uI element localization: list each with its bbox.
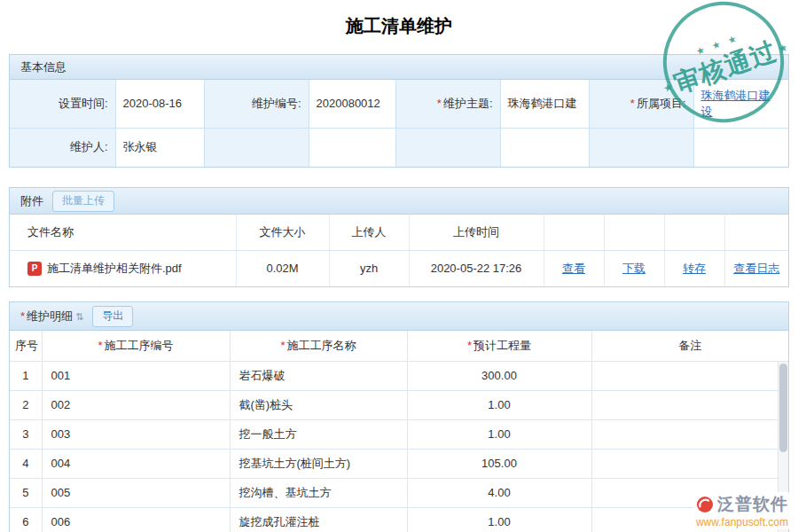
subject-label: *维护主题:: [395, 80, 500, 128]
subject-value-text: 珠海鹤港口建: [508, 97, 577, 110]
col-upload-time: 上传时间: [409, 215, 544, 250]
page: { "ui": { "asterisk": "*", "sort_icon": …: [0, 0, 798, 532]
vendor-watermark: 泛普软件 www.fanpusoft.com: [693, 492, 791, 529]
row-process-code: 004: [42, 449, 230, 478]
project-label: *所属项目:: [589, 80, 693, 128]
col-process-name: *施工工序名称: [230, 331, 407, 361]
empty-label-cell: [589, 128, 693, 167]
row-estimated-qty: 1.00: [407, 419, 591, 449]
basic-info-table: 设置时间: 2020-08-16 维护编号: 2020080012 *维护主题:…: [10, 80, 788, 167]
row-seq: 4: [10, 449, 42, 478]
col-process-code: *施工工序编号: [42, 331, 230, 361]
maint-no-label-text: 维护编号:: [252, 97, 301, 110]
row-process-code: 005: [42, 478, 230, 507]
required-asterisk: *: [20, 309, 25, 323]
row-note: [591, 361, 788, 390]
row-process-name: 旋挖成孔灌注桩: [230, 507, 407, 532]
file-size: 0.02M: [236, 250, 329, 286]
col-uploader: 上传人: [329, 215, 409, 250]
empty-value-cell: [693, 128, 788, 167]
row-process-code: 003: [42, 419, 230, 449]
detail-section: *维护明细⇅ 导出 序号 *施工工序编号 *施工工序名称 *预计工程量 备注 1…: [9, 301, 789, 532]
required-asterisk: *: [98, 339, 102, 352]
row-process-code: 001: [42, 361, 230, 390]
basic-info-title: 基本信息: [20, 59, 66, 75]
col-action: [664, 215, 724, 250]
file-upload-time: 2020-05-22 17:26: [409, 250, 544, 286]
col-action: [604, 215, 664, 250]
empty-value-cell: [500, 128, 589, 167]
empty-value-cell: [309, 128, 395, 167]
file-name-cell: P 施工清单维护相关附件.pdf: [10, 250, 236, 286]
detail-table: 序号 *施工工序编号 *施工工序名称 *预计工程量 备注 1 001 岩石爆破 …: [10, 331, 788, 532]
col-seq: 序号: [10, 331, 42, 361]
view-link[interactable]: 查看: [562, 262, 585, 275]
detail-row: 2 002 截(凿)桩头 1.00: [10, 390, 788, 419]
action-cell: 转存: [664, 250, 724, 286]
maintainer-label-text: 维护人:: [70, 140, 108, 153]
row-process-name: 挖沟槽、基坑土方: [230, 478, 407, 507]
detail-title: *维护明细⇅: [20, 309, 83, 325]
subject-label-text: 维护主题:: [443, 97, 493, 110]
scrollbar-thumb[interactable]: [779, 364, 787, 452]
view-log-link[interactable]: 查看日志: [733, 262, 779, 275]
set-time-value: 2020-08-16: [115, 80, 204, 128]
row-process-code: 006: [42, 507, 230, 532]
col-process-code-text: 施工工序编号: [105, 339, 174, 352]
detail-header: *维护明细⇅ 导出: [10, 302, 788, 331]
action-cell: 查看: [544, 250, 604, 286]
detail-row: 6 006 旋挖成孔灌注桩 1.00: [10, 507, 788, 532]
col-note: 备注: [591, 331, 788, 361]
row-process-name: 挖基坑土方(桩间土方): [230, 449, 407, 478]
project-label-text: 所属项目:: [637, 97, 686, 110]
col-file-name: 文件名称: [10, 215, 236, 250]
set-time-label-text: 设置时间:: [59, 97, 108, 110]
detail-title-text: 维护明细: [27, 309, 73, 323]
row-note: [591, 449, 788, 478]
attachments-header: 附件 批量上传: [10, 188, 788, 215]
detail-table-wrap: 序号 *施工工序编号 *施工工序名称 *预计工程量 备注 1 001 岩石爆破 …: [10, 331, 788, 532]
transfer-link[interactable]: 转存: [683, 262, 706, 275]
empty-label-cell: [204, 128, 309, 167]
sort-icon[interactable]: ⇅: [75, 311, 83, 322]
detail-row: 1 001 岩石爆破 300.00: [10, 361, 788, 390]
row-seq: 2: [10, 390, 42, 419]
col-file-size: 文件大小: [236, 215, 329, 250]
vendor-name: 泛普软件: [717, 493, 788, 516]
row-process-name: 挖一般土方: [230, 419, 407, 449]
basic-info-section: 基本信息 设置时间: 2020-08-16 维护编号: 2020080012 *…: [9, 54, 789, 168]
row-process-name: 岩石爆破: [230, 361, 407, 390]
attachments-title: 附件: [20, 193, 43, 209]
row-process-code: 002: [42, 390, 230, 419]
file-uploader: yzh: [329, 250, 409, 286]
attachments-section: 附件 批量上传 文件名称 文件大小 上传人 上传时间 P 施工清单维护相关附件.…: [9, 187, 789, 287]
maintainer-value-text: 张永银: [123, 140, 158, 153]
col-estimated-qty-text: 预计工程量: [473, 339, 531, 352]
attachment-row: P 施工清单维护相关附件.pdf 0.02M yzh 2020-05-22 17…: [10, 250, 788, 286]
row-estimated-qty: 1.00: [407, 507, 591, 532]
row-seq: 3: [10, 419, 42, 449]
detail-header-row: 序号 *施工工序编号 *施工工序名称 *预计工程量 备注: [10, 331, 788, 361]
required-asterisk: *: [630, 97, 635, 110]
row-estimated-qty: 300.00: [407, 361, 591, 390]
subject-value: 珠海鹤港口建: [500, 80, 589, 128]
detail-row: 4 004 挖基坑土方(桩间土方) 105.00: [10, 449, 788, 478]
download-link[interactable]: 下载: [622, 262, 645, 275]
batch-upload-button[interactable]: 批量上传: [52, 191, 114, 212]
vendor-url: www.fanpusoft.com: [696, 516, 788, 528]
col-process-name-text: 施工工序名称: [287, 339, 356, 352]
col-action: [544, 215, 604, 250]
row-estimated-qty: 105.00: [407, 449, 591, 478]
required-asterisk: *: [437, 97, 442, 110]
project-link[interactable]: 珠海鹤港口建设: [701, 89, 771, 118]
row-process-name: 截(凿)桩头: [230, 390, 407, 419]
set-time-label: 设置时间:: [10, 80, 115, 128]
col-action: [724, 215, 788, 250]
detail-row: 5 005 挖沟槽、基坑土方 4.00: [10, 478, 788, 507]
export-button[interactable]: 导出: [92, 306, 133, 327]
basic-info-header: 基本信息: [10, 55, 788, 80]
maintainer-value: 张永银: [115, 128, 204, 167]
row-seq: 5: [10, 478, 42, 507]
attachments-table: 文件名称 文件大小 上传人 上传时间 P 施工清单维护相关附件.pdf 0.02…: [10, 215, 788, 286]
set-time-value-text: 2020-08-16: [123, 97, 183, 110]
